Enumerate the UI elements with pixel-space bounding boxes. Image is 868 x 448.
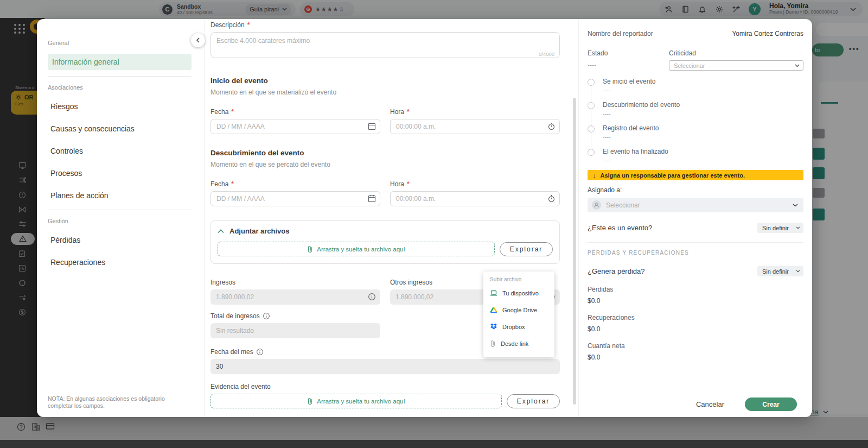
genera-perdida-select[interactable]: Sin definir <box>757 266 803 276</box>
recuperaciones-label: Recuperaciones <box>588 314 803 321</box>
upload-from-google-drive[interactable]: Google Drive <box>483 301 554 318</box>
file-dropzone[interactable]: Arrastra y suelta tu archivo aquí <box>218 242 495 256</box>
ingresos-label: Ingresos <box>210 279 235 286</box>
collapse-nav-button[interactable] <box>191 33 205 47</box>
estado-value: ---- <box>588 61 669 69</box>
nav-item-informacion-general[interactable]: Información general <box>48 54 192 70</box>
laptop-icon <box>490 290 497 296</box>
event-form: Descripción * 0/4000 Inicio del evento M… <box>205 19 578 417</box>
nav-section-asociaciones: Asociaciones <box>48 84 192 91</box>
ingresos-input <box>210 289 380 305</box>
nav-divider <box>48 210 192 210</box>
dropzone-text: Arrastra y suelta tu archivo aquí <box>317 398 405 405</box>
chevron-up-icon <box>218 229 224 234</box>
timeline-step-registro: Registro del evento ---- <box>588 124 803 148</box>
chevron-down-icon <box>796 226 800 229</box>
asignado-select[interactable]: Seleccionar <box>588 198 803 212</box>
inicio-fecha-input[interactable] <box>210 119 380 134</box>
dropzone-text: Arrastra y suelta tu archivo aquí <box>317 246 405 253</box>
descubrimiento-hora-input[interactable] <box>390 191 560 206</box>
descubrimiento-title: Descubrimiento del evento <box>210 149 560 157</box>
descripcion-label: Descripción <box>210 21 245 29</box>
reporter-value: Yomira Cortez Contreras <box>732 30 803 37</box>
nav-divider <box>48 76 192 77</box>
es-evento-select[interactable]: Sin definir <box>757 223 803 233</box>
char-counter: 0/4000 <box>539 51 554 57</box>
explorar-button[interactable]: Explorar <box>500 242 553 256</box>
estado-label: Estado <box>588 49 669 57</box>
nav-note: NOTA: En algunas asociaciones es obligat… <box>48 395 190 409</box>
dropbox-icon <box>490 323 497 330</box>
timeline-step-descubrimiento: Descubrimiento del evento ---- <box>588 101 803 124</box>
radio-icon[interactable] <box>588 102 595 109</box>
nav-section-general: General <box>48 40 192 46</box>
attach-files-toggle[interactable]: Adjuntar archivos <box>218 227 553 235</box>
radio-icon[interactable] <box>588 125 595 132</box>
nav-item-planes[interactable]: Planes de acción <box>48 187 192 204</box>
fecha-mes-input[interactable] <box>210 359 560 374</box>
perdidas-label: Pérdidas <box>588 286 803 293</box>
paperclip-icon <box>307 397 313 405</box>
total-ingresos-label: Total de ingresos <box>210 312 260 320</box>
fecha-label: Fecha <box>210 108 228 116</box>
hora-label: Hora <box>390 108 404 116</box>
nav-item-causas[interactable]: Causas y consecuencias <box>48 121 192 137</box>
upload-menu-title: Subir archivo <box>483 276 554 285</box>
criticidad-select[interactable]: Seleccionar <box>669 60 803 71</box>
cuantia-neta-label: Cuantía neta <box>588 342 803 350</box>
explorar-button[interactable]: Explorar <box>507 394 560 408</box>
fecha-label: Fecha <box>210 180 228 188</box>
create-button[interactable]: Crear <box>745 397 797 411</box>
evidence-dropzone[interactable]: Arrastra y suelta tu archivo aquí <box>210 394 502 408</box>
descubrimiento-fecha-input[interactable] <box>210 191 380 206</box>
upload-from-link[interactable]: Desde link <box>483 335 554 352</box>
google-drive-icon <box>490 306 497 313</box>
radio-icon[interactable] <box>588 79 595 86</box>
upload-from-device[interactable]: Tu dispositivo <box>483 285 554 301</box>
nav-item-procesos[interactable]: Procesos <box>48 165 192 181</box>
nav-item-controles[interactable]: Controles <box>48 143 192 159</box>
fecha-mes-label: Fecha del mes <box>210 348 253 356</box>
upload-from-dropbox[interactable]: Dropbox <box>483 318 554 335</box>
perdidas-value: $0.0 <box>588 297 803 305</box>
calendar-icon[interactable] <box>368 194 376 203</box>
person-icon <box>592 200 601 210</box>
info-icon[interactable] <box>256 348 264 356</box>
event-timeline: Se inició el evento ---- Descubrimiento … <box>588 78 803 169</box>
asignado-label: Asignado a: <box>588 186 803 194</box>
info-icon[interactable] <box>368 293 376 301</box>
calendar-icon[interactable] <box>368 122 376 130</box>
form-scrollbar[interactable] <box>573 98 576 405</box>
recuperaciones-value: $0.0 <box>588 325 803 333</box>
criticidad-label: Criticidad <box>669 49 803 57</box>
genera-perdida-label: ¿Genera pérdida? <box>588 267 645 275</box>
otros-ingresos-label: Otros ingresos <box>390 279 432 286</box>
total-ingresos-input <box>210 323 380 338</box>
cuantia-neta-value: $0.0 <box>588 354 803 361</box>
nav-item-riesgos[interactable]: Riesgos <box>48 98 192 115</box>
cancel-button[interactable]: Cancelar <box>696 400 724 408</box>
nav-item-perdidas[interactable]: Pérdidas <box>48 232 192 248</box>
down-arrow-icon: ↓ <box>593 172 596 179</box>
descripcion-textarea[interactable] <box>210 32 560 58</box>
evidencia-label: Evidencia del evento <box>210 383 271 390</box>
radio-icon[interactable] <box>588 149 595 156</box>
modal-actions: Cancelar Crear <box>696 397 797 411</box>
clock-icon[interactable] <box>547 194 556 203</box>
event-summary-panel: Nombre del reportador Yomira Cortez Cont… <box>578 19 812 417</box>
screen: C Sandbox 40 / 100 registros Guía pirani… <box>0 0 868 448</box>
info-icon[interactable] <box>263 312 270 320</box>
clock-icon[interactable] <box>547 122 556 130</box>
upload-source-menu: Subir archivo Tu dispositivo Google Driv… <box>483 272 554 357</box>
nav-section-gestion: Gestión <box>48 218 192 224</box>
create-event-modal: General Información general Asociaciones… <box>37 19 812 417</box>
timeline-step-finalizado: El evento ha finalizado ---- <box>588 148 803 169</box>
inicio-hora-input[interactable] <box>390 119 560 134</box>
required-asterisk: * <box>247 21 250 29</box>
reporter-label: Nombre del reportador <box>588 30 653 37</box>
perdidas-section-title: PÉRDIDAS Y RECUPERACIONES <box>588 242 803 256</box>
nav-item-recuperaciones[interactable]: Recuperaciones <box>48 254 192 270</box>
descubrimiento-subtitle: Momento en el que se percató del evento <box>210 161 560 168</box>
modal-nav: General Información general Asociaciones… <box>37 19 205 417</box>
chevron-down-icon <box>793 204 798 207</box>
